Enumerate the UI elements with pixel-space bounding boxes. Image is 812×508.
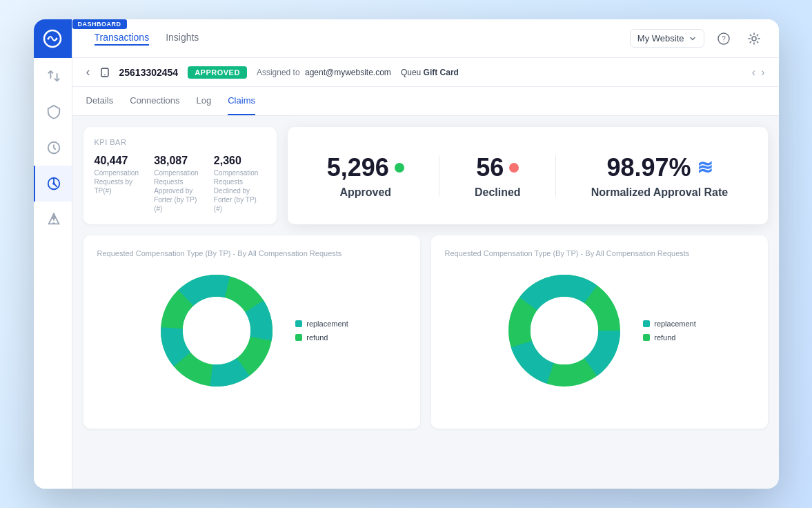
- kpi-declined-label: Compensation Requests Declined by Forter…: [214, 168, 266, 213]
- chevron-down-icon: [689, 35, 697, 43]
- website-name: My Website: [637, 33, 684, 43]
- kpi-approved-value: 38,087: [154, 155, 206, 167]
- legend-replacement-1: replacement: [295, 320, 348, 328]
- approved-dot: [395, 163, 404, 173]
- stat-rate-label: Normalized Approval Rate: [591, 186, 729, 199]
- sidebar-item-clock[interactable]: [34, 130, 72, 166]
- back-button[interactable]: ‹: [86, 65, 90, 79]
- stat-rate: 98.97% ≋ Normalized Approval Rate: [591, 153, 729, 199]
- assigned-email: agent@mywebsite.com: [305, 68, 391, 77]
- sidebar-item-analytics[interactable]: [34, 166, 72, 202]
- tab-details[interactable]: Details: [86, 87, 114, 115]
- stat-declined-label: Declined: [475, 186, 521, 199]
- chart-panel-2: Requested Compensation Type (By TP) - By…: [431, 235, 768, 429]
- settings-icon: [748, 32, 760, 45]
- legend-replacement-2: replacement: [643, 320, 696, 328]
- sidebar-logo: [34, 19, 72, 58]
- legend-refund-1: refund: [295, 333, 348, 342]
- stat-divider-1: [439, 155, 439, 197]
- queue-value: Gift Card: [424, 68, 459, 77]
- clock-icon: [46, 140, 61, 155]
- main-content: DASHBOARD Transactions Insights My Websi…: [72, 19, 779, 489]
- stat-approved: 5,296 Approved: [327, 153, 404, 199]
- kpi-item-total: 40,447 Compensation Requests by TP(#): [95, 155, 146, 213]
- kpi-panel-title: KPI Bar: [95, 138, 266, 146]
- donut-svg-2: [502, 268, 626, 393]
- shield-icon: [46, 104, 61, 119]
- wave-icon: ≋: [697, 156, 713, 179]
- mobile-icon: [100, 68, 110, 77]
- logo-icon: [43, 29, 62, 48]
- legend-replacement-label-2: replacement: [654, 320, 696, 328]
- chart-2-legend: replacement refund: [643, 320, 696, 342]
- legend-refund-2: refund: [643, 333, 696, 342]
- donut-chart-1: [155, 268, 279, 393]
- status-badge: APPROVED: [188, 66, 247, 79]
- chart-1-title: Requested Compensation Type (By TP) - By…: [97, 249, 406, 257]
- dashboard-label: DASHBOARD: [72, 19, 127, 29]
- declined-dot: [509, 163, 519, 173]
- donut-chart-2: [502, 268, 626, 393]
- chart-panel-1: Requested Compensation Type (By TP) - By…: [83, 235, 420, 429]
- svg-point-13: [183, 297, 250, 364]
- next-button[interactable]: ›: [761, 66, 764, 79]
- svg-text:?: ?: [722, 35, 726, 43]
- stat-divider-2: [555, 155, 556, 197]
- svg-point-1: [48, 38, 50, 40]
- queue-info: Queu Gift Card: [401, 68, 459, 77]
- chart-1-body: replacement refund: [97, 268, 406, 393]
- sidebar-item-alerts[interactable]: [34, 202, 72, 237]
- tab-connections[interactable]: Connections: [130, 87, 179, 115]
- phone-indicator: [100, 68, 110, 77]
- sidebar-item-shield[interactable]: [34, 94, 72, 130]
- legend-refund-label-2: refund: [654, 333, 675, 342]
- help-icon: ?: [717, 32, 730, 45]
- prev-button[interactable]: ‹: [752, 66, 755, 79]
- settings-button[interactable]: [743, 28, 765, 50]
- kpi-item-approved: 38,087 Compensation Requests Approved by…: [154, 155, 206, 213]
- tab-insights[interactable]: Insights: [166, 32, 199, 46]
- alerts-icon: [46, 212, 61, 227]
- sidebar-item-transactions[interactable]: [34, 58, 72, 94]
- tab-transactions[interactable]: Transactions: [95, 32, 150, 46]
- stat-approved-label: Approved: [327, 186, 404, 199]
- sidebar: [34, 19, 72, 489]
- svg-point-2: [56, 38, 58, 40]
- kpi-item-declined: 2,360 Compensation Requests Declined by …: [214, 155, 266, 213]
- kpi-items: 40,447 Compensation Requests by TP(#) 38…: [95, 155, 266, 213]
- kpi-total-label: Compensation Requests by TP(#): [95, 168, 146, 195]
- stat-rate-value: 98.97% ≋: [591, 153, 729, 182]
- top-nav-right: My Website ?: [630, 28, 765, 50]
- stats-panel: 5,296 Approved 56 Declined: [288, 127, 768, 224]
- help-button[interactable]: ?: [713, 28, 735, 50]
- donut-svg-1: [155, 268, 279, 393]
- stat-declined-value: 56: [475, 153, 521, 182]
- chart-1-legend: replacement refund: [295, 320, 348, 342]
- transactions-icon: [46, 68, 61, 84]
- legend-teal-dot-1: [295, 320, 302, 327]
- legend-green-dot-2: [643, 334, 650, 341]
- content-area: KPI Bar 40,447 Compensation Requests by …: [72, 116, 779, 235]
- chart-2-title: Requested Compensation Type (By TP) - By…: [445, 249, 754, 257]
- legend-teal-dot-2: [643, 320, 650, 327]
- legend-green-dot-1: [295, 334, 302, 341]
- kpi-panel: KPI Bar 40,447 Compensation Requests by …: [83, 127, 277, 224]
- charts-section: Requested Compensation Type (By TP) - By…: [72, 235, 779, 440]
- tab-claims[interactable]: Claims: [228, 87, 255, 115]
- tab-log[interactable]: Log: [197, 87, 212, 115]
- legend-replacement-label-1: replacement: [306, 320, 348, 328]
- chart-2-body: replacement refund: [445, 268, 754, 393]
- analytics-icon: [46, 176, 61, 191]
- page-content: KPI Bar 40,447 Compensation Requests by …: [72, 116, 779, 489]
- transaction-bar: ‹ 25613302454 APPROVED Assigned to agent…: [72, 58, 779, 87]
- legend-refund-label-1: refund: [306, 333, 328, 342]
- svg-point-10: [104, 74, 106, 75]
- nav-arrows: ‹ ›: [752, 66, 765, 79]
- svg-point-5: [52, 182, 55, 185]
- website-selector[interactable]: My Website: [630, 29, 704, 48]
- kpi-approved-label: Compensation Requests Approved by Forter…: [154, 168, 206, 213]
- stat-approved-value: 5,296: [327, 153, 404, 182]
- kpi-declined-value: 2,360: [214, 155, 266, 167]
- svg-point-8: [752, 37, 756, 41]
- kpi-total-value: 40,447: [95, 155, 146, 167]
